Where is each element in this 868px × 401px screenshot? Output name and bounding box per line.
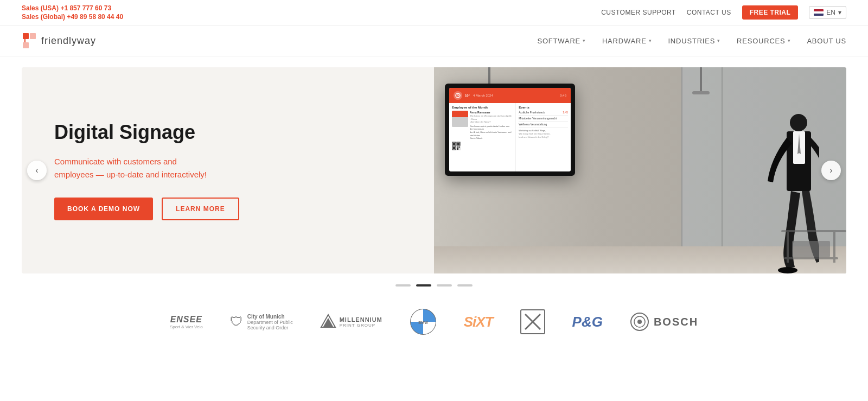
hero-desc-highlight: up-to-date (106, 170, 143, 179)
svg-rect-0 (23, 33, 29, 39)
sales-global-phone[interactable]: +49 89 58 80 44 40 (67, 13, 123, 21)
chevron-down-icon: ▾ (649, 38, 652, 43)
sixt-logo-text: SiXT (464, 314, 493, 330)
slider-next-button[interactable]: › (821, 161, 841, 180)
svg-point-14 (790, 114, 807, 131)
main-navigation: SOFTWARE ▾ HARDWARE ▾ INDUSTRIES ▾ RESOU… (537, 37, 846, 45)
sales-usa-phone[interactable]: +1 857 777 60 73 (60, 4, 111, 12)
nav-hardware[interactable]: HARDWARE ▾ (602, 37, 652, 45)
wall-monitor: 10° 4 March 2024 0:45 Employee of the Mo… (445, 84, 575, 176)
monitor-events-title: Events (519, 106, 568, 109)
chevron-down-icon: ▾ (788, 38, 791, 43)
sales-usa: Sales (USA) +1 857 777 60 73 (22, 4, 123, 12)
monitor-event-3-name: Wellness Veranstaltung (519, 123, 547, 126)
monitor-event-1: Ärztliche Fruehstueck 1:45 (519, 111, 568, 114)
learn-more-button[interactable]: LEARN MORE (162, 198, 239, 220)
slider-dot-4[interactable] (457, 284, 473, 287)
munich-logo: 🛡 City of Munich Department of Public Se… (230, 314, 293, 330)
monitor-body: Employee of the Month Anna Ramsauer Wie … (449, 103, 571, 171)
millennium-logo: MILLENNIUM PRINT GROUP (320, 314, 382, 330)
munich-shield-icon: 🛡 (230, 314, 243, 329)
logo-link[interactable]: friendlyway (22, 32, 96, 49)
nav-about-us[interactable]: ABOUT US (807, 37, 846, 45)
hero-desc-part1: Communicate with customers and (54, 157, 177, 166)
nav-software[interactable]: SOFTWARE ▾ (537, 37, 585, 45)
monitor-event-2-name: Mitarbeiter Versammlungsnacht (519, 117, 557, 120)
chevron-down-icon: ▾ (838, 9, 841, 16)
customer-support-link[interactable]: CUSTOMER SUPPORT (601, 9, 676, 16)
monitor-event-3: Wellness Veranstaltung (519, 123, 568, 126)
svg-rect-11 (457, 147, 458, 148)
monitor-emp-name: Anna Ramsauer (470, 111, 513, 114)
monitor-emp-title: Employee of the Month (452, 106, 513, 109)
bosch-logo: BOSCH (630, 312, 698, 332)
hero-desc-part3: and interactively! (143, 170, 207, 179)
monitor-left-panel: Employee of the Month Anna Ramsauer Wie … (449, 103, 516, 171)
monitor-emp-photo (452, 111, 468, 127)
svg-point-33 (637, 320, 642, 324)
slider-prev-button[interactable]: ‹ (27, 161, 47, 180)
cross-logo (520, 309, 545, 334)
nav-bar: friendlyway SOFTWARE ▾ HARDWARE ▾ INDUST… (0, 26, 868, 56)
client-logos: ENSEE Sport & Vier Velo 🛡 City of Munich… (0, 297, 868, 346)
monitor-emp-desc: Wie haben wir Wernigerode als Evan Wolfe… (470, 114, 513, 124)
svg-rect-22 (792, 241, 830, 257)
hero-desc-part2: employees — (54, 170, 106, 179)
slider-dots (0, 284, 868, 287)
free-trial-button[interactable]: FREE TRIAL (742, 5, 799, 20)
logo-ensee: ENSEE Sport & Vier Velo (170, 315, 203, 329)
language-selector[interactable]: EN ▾ (809, 6, 846, 19)
contact-us-link[interactable]: CONTACT US (687, 9, 731, 16)
svg-rect-19 (781, 230, 846, 232)
svg-rect-10 (453, 147, 455, 149)
sales-usa-label: Sales (USA) (22, 4, 59, 12)
logo-millennium: MILLENNIUM PRINT GROUP (320, 314, 382, 330)
svg-rect-12 (458, 147, 460, 148)
logo-bosch: BOSCH (630, 312, 698, 332)
flag-icon (814, 9, 824, 16)
logo-sixt: SiXT (464, 314, 493, 330)
monitor-header: 10° 4 March 2024 0:45 (449, 88, 571, 103)
monitor-date: 4 March 2024 (473, 94, 493, 97)
sales-info: Sales (USA) +1 857 777 60 73 Sales (Glob… (22, 4, 123, 21)
monitor-time: 0:45 (560, 94, 566, 97)
monitor-event-2: Mitarbeiter Versammlungsnacht (519, 117, 568, 120)
monitor-screen: 10° 4 March 2024 0:45 Employee of the Mo… (449, 88, 571, 171)
pg-logo-text: P&G (572, 314, 603, 330)
svg-rect-2 (23, 42, 29, 48)
hero-description: Communicate with customers and employees… (54, 155, 401, 181)
sales-global: Sales (Global) +49 89 58 80 44 40 (22, 13, 123, 21)
slider-dot-1[interactable] (395, 284, 411, 287)
nav-resources[interactable]: RESOURCES ▾ (737, 37, 790, 45)
hero-cta-buttons: BOOK A DEMO NOW LEARN MORE (54, 198, 401, 220)
monitor-event-detail: Workshop zu Rollfall: Wege, Wie bringt S… (519, 129, 568, 139)
language-label: EN (826, 9, 835, 16)
hero-image: 10° 4 March 2024 0:45 Employee of the Mo… (434, 67, 846, 273)
chevron-down-icon: ▾ (717, 38, 720, 43)
logo-bmw: BMW (410, 308, 437, 335)
svg-rect-6 (453, 143, 455, 145)
nav-industries[interactable]: INDUSTRIES ▾ (668, 37, 720, 45)
hero-title: Digital Signage (54, 120, 401, 144)
monitor-qr-code (452, 142, 461, 150)
bosch-text: BOSCH (654, 316, 698, 328)
sales-global-label: Sales (Global) (22, 13, 65, 21)
top-bar: Sales (USA) +1 857 777 60 73 Sales (Glob… (0, 0, 868, 26)
monitor-emp-details: Anna Ramsauer Wie haben wir Wernigerode … (470, 111, 513, 140)
svg-rect-1 (30, 33, 36, 39)
svg-marker-25 (323, 318, 333, 327)
logo-text: friendlyway (41, 35, 96, 47)
hero-content: Digital Signage Communicate with custome… (22, 67, 434, 273)
monitor-right-panel: Events Ärztliche Fruehstueck 1:45 Mitarb… (516, 103, 571, 171)
office-furniture (776, 219, 846, 263)
book-demo-button[interactable]: BOOK A DEMO NOW (54, 198, 153, 220)
slider-dot-3[interactable] (437, 284, 452, 287)
logo-cross (520, 309, 545, 334)
monitor-event-1-name: Ärztliche Fruehstueck (519, 111, 545, 114)
svg-rect-13 (457, 148, 458, 150)
hero-slider: ‹ Digital Signage Communicate with custo… (22, 67, 846, 273)
svg-rect-23 (784, 257, 838, 259)
slider-dot-2[interactable] (416, 284, 431, 287)
monitor-temp: 10° (465, 94, 470, 97)
logo-pg: P&G (572, 314, 603, 330)
